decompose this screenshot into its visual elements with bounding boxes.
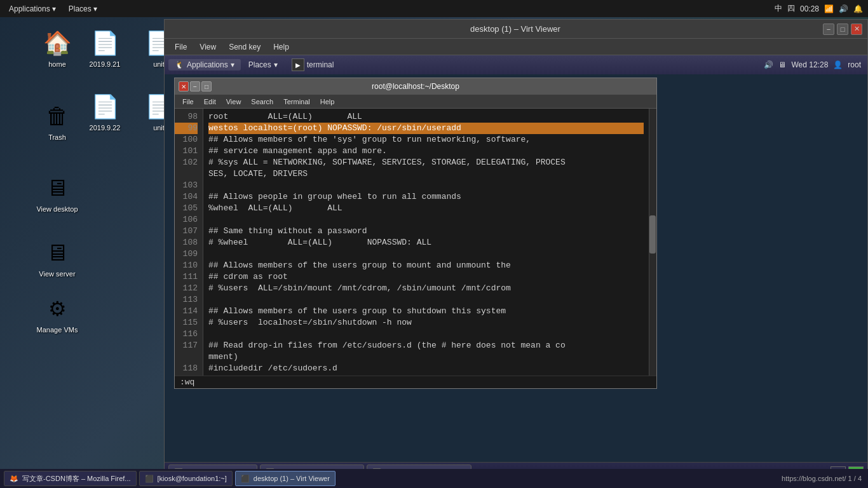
line-number: 103 [175, 180, 198, 191]
icon-view-desktop[interactable]: 🖥 View desktop [32, 170, 83, 216]
top-panel: Applications ▾ Places ▾ 中 四 00:28 📶 🔊 🔔 [0, 0, 868, 17]
terminal-menu-search[interactable]: Search [247, 97, 277, 106]
terminal-window: ✕ − □ root@localhost:~/Desktop File Edit… [174, 78, 657, 389]
editor-line [208, 180, 644, 191]
line-number: 118 [175, 363, 198, 374]
editor-content: 9899100101102103104105106107108109110111… [175, 109, 656, 376]
guest-clock: Wed 12:28 [791, 60, 828, 69]
host-taskbar: 🦊 写文章-CSDN博客 – Mozilla Firef... ⬛ [kiosk… [0, 469, 868, 488]
line-number: 101 [175, 146, 198, 157]
line-numbers: 9899100101102103104105106107108109110111… [175, 109, 203, 376]
icon-view-server[interactable]: 🖥 View server [32, 235, 83, 281]
editor-line: SES, LOCATE, DRIVERS [208, 168, 644, 180]
editor-line: #includedir /etc/sudoers.d [208, 363, 644, 374]
terminal-menu-view[interactable]: View [222, 97, 245, 106]
line-number: 105 [175, 203, 198, 214]
day-indicator: 四 [787, 3, 795, 14]
virt-minimize-btn[interactable]: − [823, 24, 834, 35]
virtviewer-task-label: desktop (1) – Virt Viewer [254, 475, 330, 482]
virtviewer-task-icon: ⬛ [241, 475, 250, 483]
virt-close-btn[interactable]: ✕ [851, 24, 862, 35]
trash-label: Trash [46, 133, 68, 142]
host-task-terminal[interactable]: ⬛ [kiosk@foundation1:~] [139, 471, 233, 486]
editor-line: # %users ALL=/sbin/mount /mnt/cdrom, /sb… [208, 283, 644, 294]
guest-places-arrow: ▾ [274, 60, 278, 69]
terminal-maximize-btn[interactable]: □ [201, 81, 212, 92]
guest-applications-menu[interactable]: 🐧 Applications ▾ [168, 59, 241, 71]
guest-places-menu[interactable]: Places ▾ [242, 59, 284, 71]
notifications-icon: 🔔 [853, 4, 863, 13]
guest-user-icon: 👤 [833, 60, 843, 69]
editor-line: ## Allows members of the users group to … [208, 260, 644, 271]
terminal-menu-terminal[interactable]: Terminal [280, 97, 314, 106]
scrollbar[interactable] [649, 109, 656, 376]
editor-line: %wheel ALL=(ALL) ALL [208, 203, 644, 214]
terminal-icon: ⬛ [145, 475, 154, 483]
line-number: 116 [175, 329, 198, 340]
guest-panel-left: 🐧 Applications ▾ Places ▾ ▶ terminal [165, 57, 340, 72]
line-number: 108 [175, 237, 198, 248]
line-number: 115 [175, 317, 198, 329]
line-number: 98 [175, 111, 198, 123]
top-panel-right: 中 四 00:28 📶 🔊 🔔 [775, 3, 868, 14]
places-label: Places [69, 4, 92, 13]
virt-titlebar: desktop (1) – Virt Viewer − □ ✕ [165, 20, 867, 39]
icon-file1[interactable]: 📄 2019.9.21 [79, 25, 130, 71]
editor-line [208, 214, 644, 226]
input-method[interactable]: 中 [775, 3, 782, 14]
editor-line: ## cdrom as root [208, 271, 644, 283]
editor-line [208, 248, 644, 260]
file3-icon: 📄 [90, 92, 120, 122]
host-task-virtviewer[interactable]: ⬛ desktop (1) – Virt Viewer [235, 471, 336, 486]
guest-panel: 🐧 Applications ▾ Places ▾ ▶ terminal 🔊 [165, 55, 867, 74]
line-number: 104 [175, 191, 198, 203]
editor-line: ## Allows members of the 'sys' group to … [208, 134, 644, 146]
terminal-menu-edit[interactable]: Edit [200, 97, 220, 106]
terminal-title: root@localhost:~/Desktop [212, 82, 620, 91]
guest-user-label: root [848, 60, 861, 69]
editor-line [208, 294, 644, 306]
line-number: 106 [175, 214, 198, 226]
editor-line [208, 329, 644, 340]
terminal-menu-file[interactable]: File [179, 97, 198, 106]
file1-icon: 📄 [90, 28, 120, 58]
terminal-minimize-btn[interactable]: − [190, 81, 200, 92]
virt-maximize-btn[interactable]: □ [837, 24, 848, 35]
host-task-firefox[interactable]: 🦊 写文章-CSDN博客 – Mozilla Firef... [4, 471, 137, 486]
editor-line: westos localhost=(root) NOPASSWD: /usr/s… [208, 123, 644, 134]
places-menu[interactable]: Places ▾ [64, 3, 102, 15]
places-arrow: ▾ [93, 4, 97, 13]
editor-line: ## Allows members of the users group to … [208, 306, 644, 317]
editor-line: ## Read drop-in files from /etc/sudoers.… [208, 340, 644, 351]
terminal-close-btn[interactable]: ✕ [179, 81, 189, 92]
icon-manage-vms[interactable]: ⚙ Manage VMs [32, 291, 83, 337]
guest-terminal-launcher[interactable]: ▶ terminal [285, 57, 341, 72]
guest-apps-arrow: ▾ [231, 60, 234, 69]
editor-line: root ALL=(ALL) ALL [208, 111, 644, 123]
view-server-label: View server [37, 269, 77, 278]
line-number: 110 [175, 260, 198, 271]
manage-vms-label: Manage VMs [35, 325, 80, 334]
scrollbar-thumb[interactable] [649, 215, 656, 254]
icon-home[interactable]: 🏠 home [32, 25, 83, 71]
virt-menu-sendkey[interactable]: Send key [224, 41, 266, 53]
virt-menu-file[interactable]: File [170, 41, 192, 53]
editor-text[interactable]: root ALL=(ALL) ALLwestos localhost=(root… [203, 109, 649, 376]
icon-trash[interactable]: 🗑 Trash [32, 98, 83, 144]
virt-menu-view[interactable]: View [194, 41, 221, 53]
terminal-menu-help[interactable]: Help [316, 97, 339, 106]
editor-line: mment) [208, 351, 644, 363]
view-server-icon: 🖥 [42, 238, 72, 268]
applications-menu[interactable]: Applications ▾ [4, 3, 61, 15]
terminal-controls: ✕ − □ [179, 81, 212, 92]
editor-line: # %users localhost=/sbin/shutdown -h now [208, 317, 644, 329]
terminal-menubar: File Edit View Search Terminal Help [175, 95, 656, 109]
apps-arrow: ▾ [52, 4, 56, 13]
editor-line: ## Allows people in group wheel to run a… [208, 191, 644, 203]
virt-menu-help[interactable]: Help [268, 41, 294, 53]
icon-file3[interactable]: 📄 2019.9.22 [79, 89, 130, 135]
line-number: 111 [175, 271, 198, 283]
guest-display-icon: 🖥 [778, 60, 786, 69]
editor-line: ## service management apps and more. [208, 146, 644, 157]
guest-desktop: 🐧 Applications ▾ Places ▾ ▶ terminal 🔊 [165, 55, 867, 482]
